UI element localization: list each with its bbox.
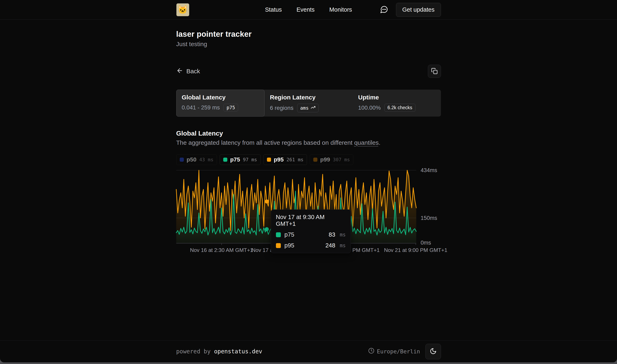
legend-label: p99 [320,156,330,163]
legend-label: p75 [230,156,240,163]
copy-link-button[interactable] [428,65,441,78]
back-button[interactable]: Back [176,67,200,76]
legend-label: p95 [274,156,284,163]
x-tick-1: Nov 16 at 2:30 AM GMT+1 [190,247,253,253]
message-bubble-icon [380,5,388,14]
tab-title: Region Latency [270,94,347,101]
tooltip-series-label: p95 [285,242,294,249]
status-page: 🐱 Status Events Monitors [0,0,617,362]
p95-swatch [276,243,281,248]
legend-toggle-p95[interactable]: p95 261 ms [263,154,307,165]
y-axis: 434ms 150ms 0ms [416,168,441,245]
legend-value: 97 ms [243,157,257,162]
p50-swatch [180,158,184,162]
p99-swatch [313,158,317,162]
logo-cat-avatar[interactable]: 🐱 [176,3,189,16]
timezone-display: Europe/Berlin [368,348,420,355]
tooltip-value: 248 [325,242,335,249]
tab-value: 100.00% [358,104,381,111]
legend-toggle-p75[interactable]: p75 97 ms [220,154,261,165]
top-nav: 🐱 Status Events Monitors [0,0,617,20]
legend-label: p50 [187,156,197,163]
tab-title: Uptime [358,94,435,101]
tab-value: 0.041 - 259 ms [182,104,220,111]
tab-title: Global Latency [182,94,259,101]
chart-plot-area[interactable]: Nov 17 at 9:30 AM GMT+1 p75 83 ms p95 24… [176,168,416,245]
powered-by-text: powered by openstatus.dev [176,348,262,355]
p95-swatch [267,158,271,162]
x-tick-4: Nov 21 at 9:00 PM GMT+1 [384,247,447,253]
chart-tooltip: Nov 17 at 9:30 AM GMT+1 p75 83 ms p95 24… [271,209,351,253]
nav-links: Status Events Monitors [265,6,352,13]
p75-swatch [223,158,227,162]
metric-tabs: Global Latency 0.041 - 259 ms p75 Region… [176,90,441,117]
footer: powered by openstatus.dev Europe/Berlin [0,340,617,362]
tab-uptime[interactable]: Uptime 100.00% 6.2k checks [353,90,441,117]
clock-icon [368,348,374,355]
legend-value: 307 ms [333,157,350,162]
region-badge-label: ams [300,105,309,111]
chart-legend: p50 43 ms p75 97 ms p95 261 ms p99 307 m… [176,154,441,165]
moon-icon [430,348,437,355]
y-tick-max: 434ms [421,167,437,173]
checks-badge: 6.2k checks [384,104,415,112]
quantile-badge: p75 [223,104,238,111]
section-title: Global Latency [176,130,441,137]
theme-toggle-button[interactable] [425,344,441,359]
tooltip-unit: ms [340,232,346,238]
y-tick-zero: 0ms [421,240,431,246]
tooltip-timestamp: Nov 17 at 9:30 AM GMT+1 [276,214,346,227]
get-updates-button[interactable]: Get updates [396,3,441,17]
description-text: The aggregated latency from all active r… [176,139,354,146]
tooltip-unit: ms [340,243,346,248]
tab-global-latency[interactable]: Global Latency 0.041 - 259 ms p75 [176,90,264,117]
quantiles-link[interactable]: quantiles [354,139,379,146]
tooltip-row-p75: p75 83 ms [276,231,346,238]
back-label: Back [186,68,200,75]
latency-chart: Nov 17 at 9:30 AM GMT+1 p75 83 ms p95 24… [176,168,441,245]
timezone-label: Europe/Berlin [377,348,420,355]
p75-swatch [276,232,281,237]
powered-prefix: powered by [176,348,214,355]
nav-link-events[interactable]: Events [297,6,315,13]
legend-value: 261 ms [287,157,303,162]
description-period: . [379,139,380,146]
legend-value: 43 ms [199,157,213,162]
nav-link-monitors[interactable]: Monitors [329,6,352,13]
feedback-chat-button[interactable] [380,5,388,14]
trending-up-icon [311,105,315,111]
page-subtitle: Just testing [176,41,441,48]
legend-toggle-p50[interactable]: p50 43 ms [176,154,217,165]
copy-icon [431,68,438,75]
region-badge: ams [297,104,319,112]
tooltip-row-p95: p95 248 ms [276,242,346,249]
y-tick-mid: 150ms [421,215,437,221]
page-title: laser pointer tracker [176,30,441,39]
openstatus-link[interactable]: openstatus.dev [214,348,262,355]
legend-toggle-p99[interactable]: p99 307 ms [310,154,353,165]
tooltip-series-label: p75 [285,231,294,238]
tab-region-latency[interactable]: Region Latency 6 regions ams [264,90,353,117]
arrow-left-icon [176,67,183,76]
section-description: The aggregated latency from all active r… [176,139,441,146]
tooltip-value: 83 [329,231,335,238]
tab-value: 6 regions [270,105,293,111]
cat-image: 🐱 [178,5,188,14]
nav-link-status[interactable]: Status [265,6,282,13]
